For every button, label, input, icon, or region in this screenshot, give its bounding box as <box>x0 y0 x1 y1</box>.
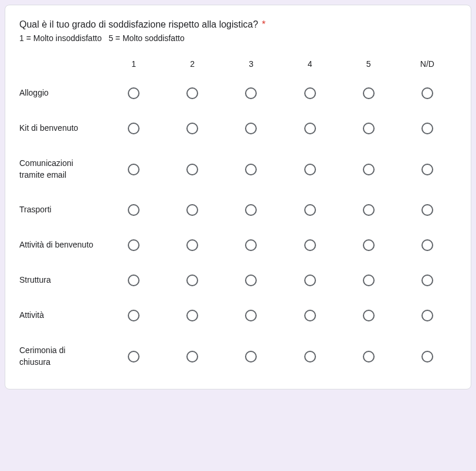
radio-option[interactable] <box>304 275 316 286</box>
radio-option[interactable] <box>421 204 433 216</box>
radio-option[interactable] <box>186 87 198 99</box>
row-label: Attività di benvenuto <box>19 228 104 263</box>
radio-cell <box>280 298 339 333</box>
radio-option[interactable] <box>363 239 375 251</box>
radio-option[interactable] <box>128 87 140 99</box>
row-label: Alloggio <box>19 76 104 111</box>
radio-option[interactable] <box>304 310 316 321</box>
column-header-nd: N/D <box>398 59 457 76</box>
radio-cell <box>222 298 280 333</box>
row-label: Comunicazioni tramite email <box>19 146 104 192</box>
radio-option[interactable] <box>421 310 433 321</box>
column-header-5: 5 <box>339 59 398 76</box>
column-header-3: 3 <box>222 59 280 76</box>
radio-cell <box>104 192 163 228</box>
radio-cell <box>222 111 280 146</box>
radio-cell <box>398 152 457 187</box>
radio-cell <box>222 228 280 263</box>
radio-cell <box>163 228 222 263</box>
radio-cell <box>398 339 457 374</box>
radio-cell <box>280 76 339 111</box>
radio-option[interactable] <box>304 123 316 134</box>
radio-cell <box>280 228 339 263</box>
radio-option[interactable] <box>128 275 140 286</box>
radio-option[interactable] <box>421 123 433 134</box>
radio-option[interactable] <box>186 239 198 251</box>
radio-option[interactable] <box>421 275 433 286</box>
radio-cell <box>339 152 398 187</box>
radio-cell <box>339 228 398 263</box>
row-label: Attività <box>19 298 104 333</box>
radio-cell <box>104 228 163 263</box>
radio-option[interactable] <box>245 87 257 99</box>
radio-option[interactable] <box>421 87 433 99</box>
column-header-2: 2 <box>163 59 222 76</box>
radio-option[interactable] <box>186 351 198 362</box>
radio-option[interactable] <box>304 239 316 251</box>
radio-option[interactable] <box>245 164 257 175</box>
radio-option[interactable] <box>304 204 316 216</box>
question-title-text: Qual è il tuo grado di soddisfazione ris… <box>19 19 258 29</box>
radio-cell <box>339 192 398 228</box>
radio-option[interactable] <box>363 123 375 134</box>
radio-cell <box>163 263 222 298</box>
radio-option[interactable] <box>186 164 198 175</box>
question-legend: 1 = Molto insoddisfatto 5 = Molto soddis… <box>19 33 457 43</box>
radio-cell <box>280 152 339 187</box>
radio-option[interactable] <box>304 164 316 175</box>
radio-option[interactable] <box>128 310 140 321</box>
radio-cell <box>104 152 163 187</box>
radio-option[interactable] <box>186 204 198 216</box>
radio-option[interactable] <box>363 204 375 216</box>
radio-cell <box>163 298 222 333</box>
question-title: Qual è il tuo grado di soddisfazione ris… <box>19 19 457 30</box>
radio-cell <box>280 111 339 146</box>
radio-cell <box>339 263 398 298</box>
radio-option[interactable] <box>186 310 198 321</box>
radio-option[interactable] <box>363 164 375 175</box>
radio-option[interactable] <box>245 204 257 216</box>
radio-option[interactable] <box>245 123 257 134</box>
radio-cell <box>398 111 457 146</box>
required-asterisk: * <box>262 19 266 29</box>
radio-option[interactable] <box>363 87 375 99</box>
radio-cell <box>280 339 339 374</box>
radio-option[interactable] <box>128 164 140 175</box>
radio-option[interactable] <box>186 123 198 134</box>
radio-cell <box>222 152 280 187</box>
radio-cell <box>222 339 280 374</box>
radio-option[interactable] <box>128 123 140 134</box>
radio-option[interactable] <box>128 204 140 216</box>
row-label: Kit di benvenuto <box>19 111 104 146</box>
radio-cell <box>339 111 398 146</box>
row-label: Trasporti <box>19 192 104 228</box>
radio-option[interactable] <box>304 87 316 99</box>
radio-cell <box>104 111 163 146</box>
radio-cell <box>222 192 280 228</box>
radio-option[interactable] <box>421 164 433 175</box>
radio-cell <box>163 339 222 374</box>
radio-cell <box>104 76 163 111</box>
radio-option[interactable] <box>363 275 375 286</box>
radio-option[interactable] <box>363 351 375 362</box>
radio-option[interactable] <box>128 351 140 362</box>
radio-option[interactable] <box>421 351 433 362</box>
radio-option[interactable] <box>245 351 257 362</box>
radio-cell <box>163 76 222 111</box>
radio-option[interactable] <box>245 275 257 286</box>
radio-cell <box>398 76 457 111</box>
radio-option[interactable] <box>421 239 433 251</box>
radio-option[interactable] <box>186 275 198 286</box>
radio-option[interactable] <box>245 239 257 251</box>
radio-cell <box>339 76 398 111</box>
radio-option[interactable] <box>363 310 375 321</box>
radio-option[interactable] <box>245 310 257 321</box>
header-spacer <box>19 64 104 71</box>
radio-option[interactable] <box>304 351 316 362</box>
radio-cell <box>339 339 398 374</box>
radio-cell <box>280 263 339 298</box>
radio-cell <box>280 192 339 228</box>
radio-option[interactable] <box>128 239 140 251</box>
radio-cell <box>398 192 457 228</box>
radio-cell <box>339 298 398 333</box>
